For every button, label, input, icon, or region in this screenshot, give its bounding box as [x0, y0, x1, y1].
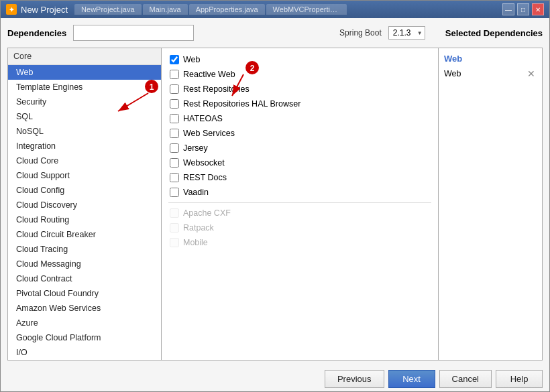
left-item-integration[interactable]: Integration [8, 139, 161, 153]
minimize-button[interactable]: — [502, 3, 514, 15]
checkbox-ratpack: Ratpack [168, 220, 431, 235]
main-window: ✦ New Project NewProject.java Main.java … [0, 0, 550, 392]
checkbox-web[interactable]: Web [168, 52, 431, 67]
checkbox-rest-repositories-label: Rest Repositories [183, 84, 250, 94]
checkbox-web-services-label: Web Services [183, 129, 235, 138]
checkbox-vaadin-input[interactable] [170, 188, 179, 197]
checkbox-rest-docs-label: REST Docs [183, 173, 227, 182]
top-bar: Dependencies Spring Boot 2.1.3 2.1.2 2.0… [7, 25, 543, 41]
checkbox-mobile: Mobile [168, 235, 431, 250]
checkbox-hateoas-input[interactable] [170, 114, 179, 123]
spring-boot-label: Spring Boot [339, 28, 382, 38]
window-title: New Project [21, 5, 68, 15]
remove-web-button[interactable]: ✕ [526, 69, 537, 78]
left-item-cloud-discovery[interactable]: Cloud Discovery [8, 198, 161, 212]
middle-panel: Web Reactive Web Rest Repositories Rest … [162, 48, 439, 361]
app-icon: ✦ [6, 4, 17, 15]
checkbox-rest-repositories-hal[interactable]: Rest Repositories HAL Browser [168, 96, 431, 111]
checkbox-websocket[interactable]: Websocket [168, 155, 431, 170]
left-item-web[interactable]: Web [8, 65, 161, 80]
divider [168, 202, 431, 203]
checkbox-web-label: Web [183, 55, 200, 64]
spring-boot-wrapper: 2.1.3 2.1.2 2.0.9 [388, 26, 425, 40]
left-item-azure[interactable]: Azure [8, 316, 161, 330]
left-item-cloud-messaging[interactable]: Cloud Messaging [8, 257, 161, 271]
selected-dep-web: Web ✕ [444, 68, 537, 80]
close-button[interactable]: ✕ [532, 3, 544, 15]
left-item-security[interactable]: Security [8, 94, 161, 109]
checkbox-web-services-input[interactable] [170, 129, 179, 138]
checkbox-rest-repositories-input[interactable] [170, 84, 179, 94]
dependencies-label: Dependencies [7, 28, 66, 38]
left-item-cloud-support[interactable]: Cloud Support [8, 168, 161, 183]
cancel-button[interactable]: Cancel [439, 370, 492, 388]
tab-3[interactable]: WebMVCProperties.java [266, 4, 347, 15]
checkbox-rest-repositories-hal-input[interactable] [170, 99, 179, 109]
checkbox-rest-repositories[interactable]: Rest Repositories [168, 82, 431, 96]
checkbox-reactive-web-label: Reactive Web [183, 70, 235, 79]
bottom-bar: Previous Next Cancel Help [7, 367, 543, 391]
checkbox-reactive-web-input[interactable] [170, 70, 179, 79]
selected-dep-web-label: Web [444, 69, 461, 78]
checkbox-rest-docs[interactable]: REST Docs [168, 170, 431, 185]
tab-0[interactable]: NewProject.java [74, 4, 141, 15]
checkbox-reactive-web[interactable]: Reactive Web [168, 67, 431, 82]
checkbox-rest-docs-input[interactable] [170, 173, 179, 182]
checkbox-apache-cxf-label: Apache CXF [183, 208, 231, 218]
left-item-cloud-core[interactable]: Cloud Core [8, 153, 161, 168]
left-item-amazon-web-services[interactable]: Amazon Web Services [8, 301, 161, 316]
selected-deps-label: Selected Dependencies [445, 28, 543, 38]
checkbox-jersey[interactable]: Jersey [168, 141, 431, 155]
checkbox-jersey-input[interactable] [170, 143, 179, 153]
next-button[interactable]: Next [388, 370, 435, 388]
previous-button[interactable]: Previous [325, 370, 384, 388]
checkbox-jersey-label: Jersey [183, 143, 208, 153]
checkbox-vaadin-label: Vaadin [183, 188, 209, 197]
left-item-google-cloud-platform[interactable]: Google Cloud Platform [8, 330, 161, 345]
checkbox-vaadin[interactable]: Vaadin [168, 185, 431, 200]
checkbox-hateoas-label: HATEOAS [183, 114, 223, 123]
checkbox-mobile-input [170, 238, 179, 247]
checkbox-apache-cxf: Apache CXF [168, 206, 431, 220]
checkbox-ratpack-label: Ratpack [183, 223, 214, 233]
checkbox-apache-cxf-input [170, 208, 179, 218]
help-button[interactable]: Help [496, 370, 543, 388]
left-item-template-engines[interactable]: Template Engines [8, 80, 161, 94]
checkbox-websocket-input[interactable] [170, 158, 179, 168]
tab-1[interactable]: Main.java [143, 4, 188, 15]
left-item-nosql[interactable]: NoSQL [8, 124, 161, 139]
title-bar: ✦ New Project NewProject.java Main.java … [1, 1, 549, 18]
dialog-content: Dependencies Spring Boot 2.1.3 2.1.2 2.0… [1, 18, 549, 392]
left-item-cloud-contract[interactable]: Cloud Contract [8, 271, 161, 286]
main-area: 1 2 Core Web Template Engines Security S… [7, 48, 543, 361]
left-item-cloud-circuit-breaker[interactable]: Cloud Circuit Breaker [8, 227, 161, 242]
left-item-cloud-routing[interactable]: Cloud Routing [8, 212, 161, 227]
left-item-cloud-config[interactable]: Cloud Config [8, 183, 161, 198]
title-bar-left: ✦ New Project [6, 4, 68, 15]
checkbox-rest-repositories-hal-label: Rest Repositories HAL Browser [183, 99, 300, 109]
search-input[interactable] [73, 25, 194, 41]
checkbox-web-input[interactable] [170, 55, 179, 64]
left-item-sql[interactable]: SQL [8, 109, 161, 124]
spring-boot-select[interactable]: 2.1.3 2.1.2 2.0.9 [388, 26, 425, 40]
checkbox-ratpack-input [170, 223, 179, 233]
section-core: Core [8, 48, 161, 65]
editor-tabs: NewProject.java Main.java AppProperties.… [74, 4, 496, 15]
left-item-cloud-tracing[interactable]: Cloud Tracing [8, 242, 161, 257]
checkbox-websocket-label: Websocket [183, 158, 225, 168]
right-panel: Web Web ✕ [439, 48, 543, 361]
selected-dep-title: Web [444, 54, 537, 64]
window-controls: — □ ✕ [502, 3, 544, 15]
maximize-button[interactable]: □ [517, 3, 529, 15]
left-item-io[interactable]: I/O [8, 345, 161, 360]
left-item-pivotal-cloud-foundry[interactable]: Pivotal Cloud Foundry [8, 286, 161, 301]
checkbox-mobile-label: Mobile [183, 238, 208, 247]
checkbox-section: Web Reactive Web Rest Repositories Rest … [162, 48, 438, 360]
tab-2[interactable]: AppProperties.java [189, 4, 265, 15]
left-panel: Core Web Template Engines Security SQL N… [7, 48, 162, 361]
checkbox-hateoas[interactable]: HATEOAS [168, 111, 431, 126]
checkbox-web-services[interactable]: Web Services [168, 126, 431, 141]
